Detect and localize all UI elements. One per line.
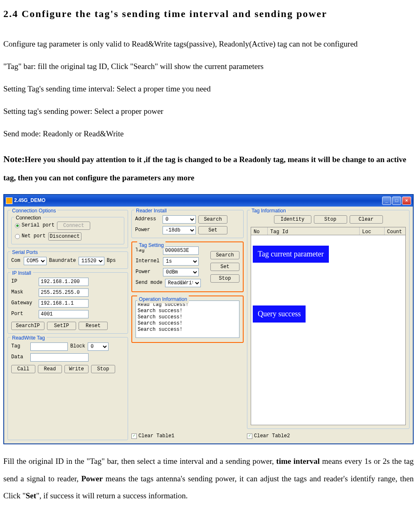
para-2: "Tag" bar: fill the original tag ID, Cli… bbox=[3, 59, 414, 74]
th-tagid: Tag Id bbox=[268, 227, 360, 235]
port-label: Port bbox=[11, 310, 36, 318]
com-label: Com bbox=[11, 257, 21, 265]
ts-power-label: Power bbox=[136, 268, 160, 276]
titlebar: 2.45G_DEMO _ □ × bbox=[4, 195, 413, 207]
tag-setting-title: Tag Setting bbox=[137, 241, 165, 249]
tag-table-body[interactable] bbox=[251, 235, 406, 425]
mask-label: Mask bbox=[11, 288, 36, 296]
connection-options-group: Connection Options Connection Serial por… bbox=[7, 210, 128, 248]
ip-install-title: IP Install bbox=[10, 269, 33, 277]
ts-set-button[interactable]: Set bbox=[210, 263, 239, 271]
read-button[interactable]: Read bbox=[38, 365, 62, 373]
tag-stop-button[interactable]: Stop bbox=[314, 215, 347, 224]
minimize-button[interactable]: _ bbox=[382, 197, 391, 205]
clear-button[interactable]: Clear bbox=[350, 215, 383, 224]
connection-subgroup: Connection Serial port Connect Net port bbox=[11, 217, 124, 244]
baundrate-select[interactable]: 115200 bbox=[79, 257, 104, 265]
titlebar-title: 2.45G_DEMO bbox=[14, 197, 45, 204]
set-ip-button[interactable]: SetIP bbox=[47, 322, 76, 330]
bps-label: Bps bbox=[107, 257, 116, 265]
para-4: Setting tag's sending power: Select a pr… bbox=[3, 103, 414, 119]
th-no: No bbox=[251, 227, 268, 235]
port-input[interactable] bbox=[39, 310, 89, 318]
baundrate-label: Baundrate bbox=[49, 257, 76, 265]
rw-tag-label: Tag bbox=[11, 342, 28, 350]
gateway-input[interactable] bbox=[39, 299, 89, 308]
serial-ports-group: Serial Ports Com COM5 Baundrate 115200 B… bbox=[7, 251, 128, 269]
app-window: 2.45G_DEMO _ □ × Connection Options Conn… bbox=[3, 194, 414, 444]
reader-search-button[interactable]: Search bbox=[198, 215, 227, 224]
tag-setting-highlight: Tag Setting Tag Internel 1s bbox=[131, 241, 244, 292]
bottom-paragraph: Fill the original ID in the "Tag" bar, t… bbox=[3, 453, 414, 505]
clear-table1-checkbox[interactable]: ✓ Clear Table1 bbox=[131, 432, 244, 440]
connect-button[interactable]: Connect bbox=[57, 222, 90, 230]
operation-info-title: Operation Information bbox=[137, 296, 189, 303]
reader-install-title: Reader Install bbox=[134, 207, 168, 215]
reader-install-group: Reader Install Address 0 Search Power -1… bbox=[131, 210, 244, 238]
address-label: Address bbox=[135, 215, 160, 223]
close-button[interactable]: × bbox=[402, 197, 411, 205]
para-1: Configure tag parameter is only valid to… bbox=[3, 36, 414, 52]
reader-set-button[interactable]: Set bbox=[198, 226, 227, 234]
callout-tag-param: Tag current parameter bbox=[253, 246, 329, 263]
para-3: Setting Tag's sending time interval: Sel… bbox=[3, 81, 414, 97]
ts-search-button[interactable]: Search bbox=[210, 251, 239, 259]
th-count: Count bbox=[385, 227, 405, 235]
ts-stop-button[interactable]: Stop bbox=[210, 274, 239, 283]
search-ip-button[interactable]: SearchIP bbox=[11, 322, 44, 330]
serial-port-label: Serial port bbox=[22, 222, 54, 229]
sendmode-select[interactable]: Read&Write bbox=[165, 279, 201, 287]
block-label: Block bbox=[70, 342, 85, 350]
para-5: Send mode: Readonly or Read&Write bbox=[3, 126, 414, 142]
reset-button[interactable]: Reset bbox=[79, 322, 108, 330]
data-input[interactable] bbox=[30, 353, 89, 362]
block-select[interactable]: 0 bbox=[88, 342, 109, 351]
app-icon bbox=[6, 197, 12, 204]
identity-button[interactable]: Identity bbox=[274, 215, 311, 224]
disconnect-button[interactable]: Disconnect bbox=[48, 232, 81, 241]
maximize-button[interactable]: □ bbox=[392, 197, 401, 205]
internel-select[interactable]: 1s bbox=[163, 257, 199, 266]
clear-table2-label: Clear Table2 bbox=[254, 432, 290, 440]
tag-table-header: No Tag Id Loc Count bbox=[251, 227, 406, 235]
note-paragraph: Note:Here you should pay attention to it… bbox=[3, 149, 414, 187]
ip-install-group: IP Install IP Mask Gateway Port bbox=[7, 272, 128, 334]
reader-power-label: Power bbox=[135, 226, 160, 234]
note-label: Note: bbox=[3, 154, 25, 164]
ip-input[interactable] bbox=[39, 278, 89, 286]
data-label: Data bbox=[11, 353, 28, 361]
net-port-radio[interactable]: Net port bbox=[15, 232, 46, 240]
ip-label: IP bbox=[11, 278, 36, 286]
serial-port-radio[interactable]: Serial port bbox=[15, 222, 54, 229]
callout-query-success: Query success bbox=[253, 305, 306, 323]
clear-table2-checkbox[interactable]: ✓ Clear Table2 bbox=[247, 432, 410, 440]
com-select[interactable]: COM5 bbox=[24, 257, 47, 265]
call-button[interactable]: Call bbox=[11, 365, 35, 373]
clear-table1-label: Clear Table1 bbox=[138, 432, 174, 440]
note-body: Here you should pay attention to it ,if … bbox=[3, 155, 406, 182]
address-select[interactable]: 0 bbox=[163, 215, 196, 224]
mask-input[interactable] bbox=[39, 288, 89, 297]
connection-sub-title: Connection bbox=[14, 214, 43, 222]
operation-info-highlight: Operation Information Read tag success! … bbox=[131, 296, 244, 343]
ts-tag-input[interactable] bbox=[163, 246, 199, 255]
net-port-label: Net port bbox=[22, 232, 46, 240]
operation-log[interactable]: Read tag success! Search success! Search… bbox=[136, 300, 239, 338]
section-title: 2.4 Configure the tag's sending time int… bbox=[3, 2, 414, 26]
th-loc: Loc bbox=[360, 227, 385, 235]
rw-tag-input[interactable] bbox=[30, 342, 68, 351]
write-button[interactable]: Write bbox=[64, 365, 89, 373]
readwrite-tag-group: ReadWrite Tag Tag Block 0 Data Call Read… bbox=[7, 337, 128, 440]
ts-power-select[interactable]: 0dBm bbox=[163, 268, 199, 276]
serial-ports-title: Serial Ports bbox=[10, 249, 39, 256]
internel-label: Internel bbox=[136, 257, 160, 265]
sendmode-label: Send mode bbox=[136, 279, 163, 287]
rw-stop-button[interactable]: Stop bbox=[91, 365, 115, 373]
gateway-label: Gateway bbox=[11, 299, 36, 307]
readwrite-tag-title: ReadWrite Tag bbox=[10, 334, 47, 342]
reader-power-select[interactable]: -18db bbox=[163, 226, 196, 234]
tag-information-title: Tag Information bbox=[250, 207, 288, 215]
